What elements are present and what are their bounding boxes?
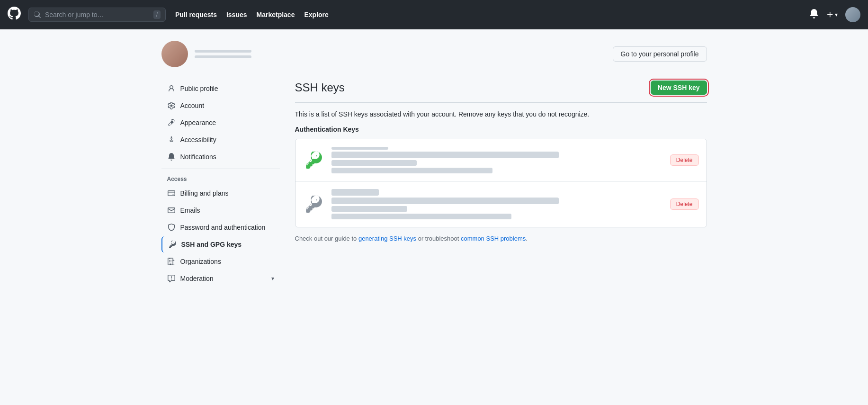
sidebar-item-label: Accessibility — [180, 136, 216, 144]
credit-card-icon — [167, 189, 176, 198]
ssh-key-fingerprint-2 — [331, 198, 559, 204]
profile-name — [195, 50, 251, 53]
person-icon — [167, 84, 176, 93]
footer-middle-text: or troubleshoot — [416, 235, 461, 242]
go-to-personal-profile-button[interactable]: Go to your personal profile — [613, 46, 707, 62]
shield-icon — [167, 223, 176, 232]
ssh-key-meta1-2 — [331, 206, 407, 212]
ssh-key-info — [331, 147, 662, 173]
sidebar-item-ssh-gpg[interactable]: SSH and GPG keys — [161, 236, 280, 252]
sidebar-item-label: Public profile — [180, 85, 218, 92]
gear-icon — [167, 101, 176, 110]
sidebar-item-billing[interactable]: Billing and plans — [161, 185, 280, 201]
auth-keys-title: Authentication Keys — [295, 126, 707, 133]
avatar — [161, 41, 188, 67]
sidebar-item-account[interactable]: Account — [161, 98, 280, 114]
ssh-key-icon-wrapper-2 — [303, 194, 324, 215]
sidebar-item-organizations[interactable]: Organizations — [161, 253, 280, 270]
delete-key-2-button[interactable]: Delete — [670, 198, 699, 210]
ssh-key-meta2 — [331, 168, 492, 173]
sidebar-item-moderation[interactable]: Moderation ▾ — [161, 270, 280, 287]
sidebar-item-label: Password and authentication — [180, 224, 266, 231]
ssh-key-action: Delete — [670, 154, 699, 166]
section-header: SSH keys New SSH key — [295, 81, 707, 103]
sidebar-item-label: Notifications — [180, 153, 216, 161]
profile-header-left — [161, 41, 251, 67]
key-icon — [168, 240, 177, 249]
ssh-key-fingerprint — [331, 152, 559, 158]
topnav-links: Pull requests Issues Marketplace Explore — [175, 11, 329, 18]
moderation-icon — [167, 274, 176, 283]
sidebar-item-accessibility[interactable]: Accessibility — [161, 132, 280, 148]
section-description: This is a list of SSH keys associated wi… — [295, 110, 707, 118]
topnav-right: ▾ — [809, 7, 860, 22]
create-new-button[interactable]: ▾ — [826, 11, 838, 18]
sidebar-divider — [161, 169, 280, 169]
ssh-key-item: Delete — [295, 139, 707, 181]
user-avatar-nav[interactable] — [845, 7, 860, 22]
main-layout: Public profile Account Appearance — [161, 81, 707, 288]
sidebar-item-label: Moderation — [180, 275, 214, 282]
sidebar-item-label: Billing and plans — [180, 189, 229, 197]
section-title: SSH keys — [295, 81, 345, 94]
profile-header: Go to your personal profile — [161, 41, 707, 67]
common-ssh-problems-link[interactable]: common SSH problems — [461, 235, 526, 242]
chevron-down-icon: ▾ — [835, 11, 838, 18]
ssh-key-info-2 — [331, 189, 662, 219]
page-container: Go to your personal profile Public profi… — [150, 29, 718, 299]
bell-icon — [167, 153, 176, 161]
search-box[interactable]: Search or jump to… / — [28, 8, 166, 22]
sidebar-item-label: Account — [180, 102, 205, 109]
ssh-key-item-2: Delete — [295, 181, 707, 227]
sidebar-item-notifications[interactable]: Notifications — [161, 149, 280, 165]
search-input-label: Search or jump to… — [45, 11, 150, 18]
footer-help-text: Check out our guide to — [295, 235, 358, 242]
sidebar: Public profile Account Appearance — [161, 81, 280, 288]
search-kbd: / — [153, 10, 161, 19]
profile-name-block — [195, 50, 251, 58]
sidebar-item-emails[interactable]: Emails — [161, 202, 280, 218]
footer-help: Check out our guide to generating SSH ke… — [295, 235, 707, 242]
topnav: Search or jump to… / Pull requests Issue… — [0, 0, 868, 29]
sidebar-item-label: SSH and GPG keys — [181, 241, 242, 248]
ssh-key-name — [331, 147, 388, 150]
pull-requests-link[interactable]: Pull requests — [175, 11, 217, 18]
sidebar-section-access: Access — [161, 173, 280, 185]
marketplace-link[interactable]: Marketplace — [257, 11, 295, 18]
ssh-keys-list: Delete Del — [295, 139, 707, 227]
ssh-key-meta2-2 — [331, 214, 511, 219]
key-green-icon — [305, 152, 322, 169]
ssh-key-icon-wrapper — [303, 150, 324, 171]
sidebar-item-label: Organizations — [180, 258, 221, 265]
notifications-icon[interactable] — [809, 9, 819, 21]
github-logo-icon[interactable] — [8, 7, 21, 23]
mail-icon — [167, 206, 176, 215]
organizations-icon — [167, 257, 176, 266]
sidebar-nav: Public profile Account Appearance — [161, 81, 280, 287]
ssh-key-meta1 — [331, 160, 417, 166]
explore-link[interactable]: Explore — [304, 11, 328, 18]
sidebar-item-password[interactable]: Password and authentication — [161, 219, 280, 235]
sidebar-item-appearance[interactable]: Appearance — [161, 115, 280, 131]
chevron-down-icon: ▾ — [271, 275, 274, 282]
sidebar-item-label: Emails — [180, 207, 200, 214]
ssh-key-name-2 — [331, 189, 379, 196]
main-panel: SSH keys New SSH key This is a list of S… — [295, 81, 707, 242]
sidebar-item-label: Appearance — [180, 119, 216, 126]
issues-link[interactable]: Issues — [226, 11, 247, 18]
new-ssh-key-button[interactable]: New SSH key — [651, 81, 707, 95]
accessibility-icon — [167, 135, 176, 144]
paintbrush-icon — [167, 118, 176, 127]
ssh-key-action-2: Delete — [670, 198, 699, 210]
footer-end-text: . — [526, 235, 528, 242]
generating-ssh-keys-link[interactable]: generating SSH keys — [358, 235, 416, 242]
delete-key-1-button[interactable]: Delete — [670, 154, 699, 166]
key-gray-icon — [305, 196, 322, 213]
sidebar-item-public-profile[interactable]: Public profile — [161, 81, 280, 97]
profile-handle — [195, 55, 251, 58]
